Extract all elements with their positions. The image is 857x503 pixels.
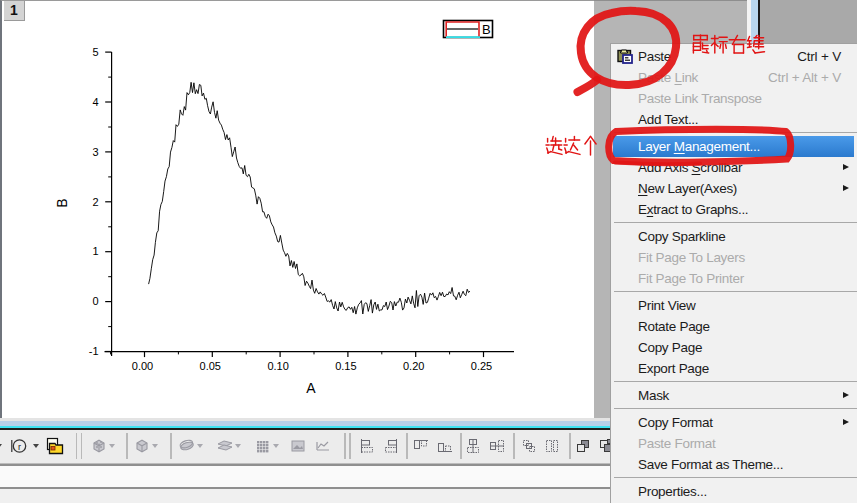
svg-text:0.00: 0.00 xyxy=(132,360,153,372)
svg-text:0.10: 0.10 xyxy=(267,360,288,372)
svg-text:B: B xyxy=(482,22,491,37)
svg-text:0.15: 0.15 xyxy=(335,360,356,372)
svg-text:r: r xyxy=(18,442,21,452)
svg-text:0.25: 0.25 xyxy=(471,360,492,372)
svg-text:0.05: 0.05 xyxy=(200,360,221,372)
svg-text:5: 5 xyxy=(92,46,98,58)
svg-text:A: A xyxy=(306,380,316,396)
svg-text:0: 0 xyxy=(92,295,98,307)
svg-text:3: 3 xyxy=(92,146,98,158)
svg-text:0.20: 0.20 xyxy=(403,360,424,372)
svg-text:-1: -1 xyxy=(89,345,99,357)
svg-text:4: 4 xyxy=(92,96,98,108)
svg-text:2: 2 xyxy=(92,196,98,208)
svg-text:1: 1 xyxy=(92,245,98,257)
svg-text:B: B xyxy=(54,198,70,207)
